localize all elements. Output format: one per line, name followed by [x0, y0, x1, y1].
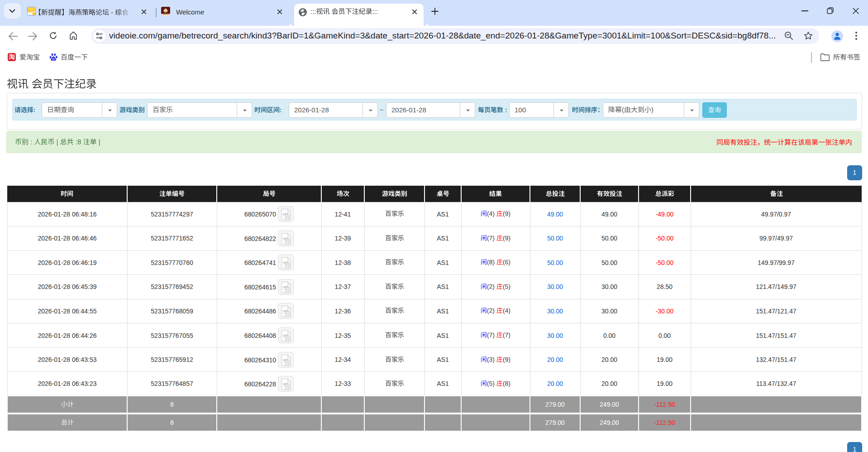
- svg-text:du: du: [52, 57, 55, 60]
